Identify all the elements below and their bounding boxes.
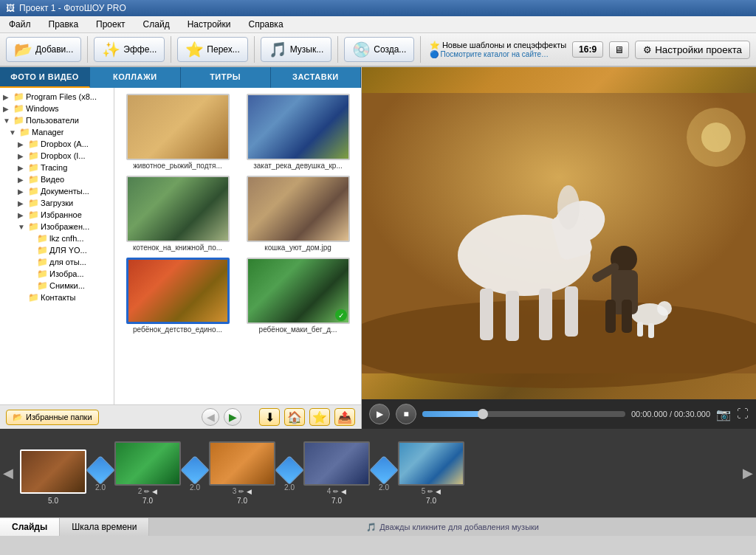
tree-item[interactable]: ▶📁Tracing (0, 162, 114, 173)
timeline-slide-1[interactable]: 5.0 (16, 449, 90, 505)
menu-item-Слайд[interactable]: Слайд (140, 18, 173, 31)
tree-item[interactable]: ▶📁Документы... (0, 185, 114, 197)
project-settings-button[interactable]: ⚙ Настройки проекта (635, 41, 750, 59)
bottom-tab-слайды[interactable]: Слайды (0, 518, 60, 536)
nav-back-button[interactable]: ◀ (202, 408, 219, 426)
play-button[interactable]: ▶ (369, 404, 390, 424)
tab-collage[interactable]: КОЛЛАЖИ (90, 67, 180, 88)
timeline-slide-2[interactable]: 2✏◀7.0 (111, 441, 185, 505)
tree-label: Manager (32, 128, 63, 137)
timeline-right-arrow[interactable]: ▶ (740, 465, 756, 481)
tree-item[interactable]: ▶📁Dropbox (I... (0, 150, 114, 162)
folder-icon: 📁 (28, 221, 39, 232)
tab-screensaver[interactable]: ЗАСТАВКИ (271, 67, 361, 88)
toolbar-btn-add[interactable]: 📂Добави... (6, 37, 81, 62)
toolbar-btn-music[interactable]: 🎵Музык... (261, 37, 332, 62)
bottom-tab-шкала-времени[interactable]: Шкала времени (60, 518, 149, 536)
seek-bar[interactable] (422, 411, 625, 417)
tree-item[interactable]: ▶📁Видео (0, 173, 114, 185)
transitions-label: Перех... (207, 44, 239, 55)
fullscreen-icon[interactable]: ⛶ (737, 407, 749, 421)
download-button[interactable]: ⬇ (259, 408, 280, 426)
svg-rect-13 (648, 323, 654, 338)
slide-thumbnail (209, 441, 275, 486)
star-button[interactable]: ⭐ (309, 408, 330, 426)
tree-label: Снимки... (49, 281, 85, 290)
tree-item[interactable]: ▼📁Manager (0, 126, 114, 138)
transition-indicator[interactable]: 2.0 (185, 460, 205, 505)
tree-item[interactable]: ▼📁Пользователи (0, 114, 114, 126)
music-icon: 🎵 (269, 41, 287, 58)
stop-button[interactable]: ■ (396, 404, 416, 424)
playback-controls: ▶ ■ 00:00.000 / 00:30.000 📷 ⛶ (362, 399, 756, 429)
app-title: Проект 1 - ФотоШОУ PRO (19, 3, 126, 13)
timeline-left-arrow[interactable]: ◀ (0, 465, 16, 481)
tree-item[interactable]: 📁Изобра... (0, 268, 114, 280)
main-area: ФОТО И ВИДЕОКОЛЛАЖИТИТРЫЗАСТАВКИ ▶📁Progr… (0, 67, 756, 429)
ratio-button[interactable]: 16:9 (572, 41, 603, 58)
slide-number: 3 (233, 487, 237, 495)
menu-item-Справка[interactable]: Справка (245, 18, 286, 31)
svg-point-9 (557, 185, 580, 230)
file-thumb-kitten[interactable]: котенок_на_книжной_по... (120, 176, 235, 252)
screen-mode-button[interactable]: 🖥 (609, 41, 629, 58)
folder-icon: 📁 (37, 280, 48, 291)
transition-duration: 2.0 (284, 483, 295, 492)
tree-item[interactable]: ▼📁Изображен... (0, 221, 114, 232)
menu-item-Настройки[interactable]: Настройки (185, 18, 234, 31)
file-thumb-child2[interactable]: ✓ребёнок_маки_бег_д... (241, 258, 355, 334)
timeline-strip: ◀ 5.02.02✏◀7.02.03✏◀7.02.04✏◀7.02.05✏◀7.… (0, 429, 756, 517)
tree-item[interactable]: ▶📁Dropbox (A... (0, 138, 114, 150)
nav-forward-button[interactable]: ▶ (224, 408, 241, 426)
svg-rect-16 (605, 300, 616, 333)
file-thumb-child1[interactable]: ребёнок_детство_едино... (120, 258, 235, 334)
toolbar-btn-transitions[interactable]: ⭐Перех... (177, 37, 247, 62)
svg-rect-12 (637, 322, 643, 337)
timeline-slide-3[interactable]: 3✏◀7.0 (205, 441, 279, 505)
tree-label: Видео (41, 175, 64, 184)
slide-arrow-icon: ◀ (247, 488, 252, 495)
slide-edit-icon[interactable]: ✏ (333, 488, 339, 495)
promo-link[interactable]: 🔵 Посмотрите каталог на сайте… (430, 50, 566, 58)
file-thumb-cat[interactable]: животное_рыжий_подтя... (120, 94, 235, 170)
tab-titles[interactable]: ТИТРЫ (181, 67, 271, 88)
toolbar-btn-create[interactable]: 💿Созда... (344, 37, 414, 62)
toolbar-btn-effects[interactable]: ✨Эффе... (94, 37, 165, 62)
slide-duration: 5.0 (48, 497, 58, 505)
file-thumb-cat2[interactable]: кошка_уют_дом.jpg (241, 176, 355, 252)
slide-edit-icon[interactable]: ✏ (238, 488, 244, 495)
tree-item[interactable]: ▶📁Загрузки (0, 197, 114, 209)
timeline-slide-5[interactable]: 5✏◀7.0 (394, 441, 468, 505)
share-button[interactable]: 📤 (334, 408, 355, 426)
menu-item-Правка[interactable]: Правка (46, 18, 82, 31)
menu-item-Файл[interactable]: Файл (6, 18, 34, 31)
tree-item[interactable]: ▶📁Избранное (0, 209, 114, 221)
tree-item[interactable]: ▶📁Windows (0, 103, 114, 114)
tree-item[interactable]: 📁для оты... (0, 256, 114, 268)
tree-item[interactable]: 📁Снимки... (0, 280, 114, 292)
tree-item[interactable]: 📁ДЛЯ YO... (0, 244, 114, 256)
slide-number: 4 (327, 487, 331, 495)
left-panel: ФОТО И ВИДЕОКОЛЛАЖИТИТРЫЗАСТАВКИ ▶📁Progr… (0, 67, 362, 429)
menu-item-Проект[interactable]: Проект (93, 18, 128, 31)
home-button[interactable]: 🏠 (284, 408, 305, 426)
tree-label: Документы... (41, 187, 89, 196)
timeline-slide-4[interactable]: 4✏◀7.0 (300, 441, 374, 505)
file-thumb-river[interactable]: закат_река_девушка_кр... (241, 94, 355, 170)
tree-expand-icon: ▶ (18, 199, 27, 207)
screenshot-icon[interactable]: 📷 (716, 407, 731, 421)
transition-indicator[interactable]: 2.0 (279, 460, 300, 505)
slide-info-row: 2✏◀ (138, 487, 158, 495)
tree-item[interactable]: ▶📁Program Files (x8... (0, 91, 114, 103)
slide-edit-icon[interactable]: ✏ (427, 488, 433, 495)
tree-item[interactable]: 📁Контакты (0, 292, 114, 303)
svg-point-20 (701, 123, 731, 152)
transition-indicator[interactable]: 2.0 (374, 460, 394, 505)
tab-photo[interactable]: ФОТО И ВИДЕО (0, 67, 90, 88)
transition-indicator[interactable]: 2.0 (90, 460, 111, 505)
tree-item[interactable]: 📁lkz cnfh... (0, 232, 114, 244)
folder-icon: 📁 (13, 103, 24, 114)
thumb-label-child2: ребёнок_маки_бег_д... (259, 325, 337, 334)
slide-edit-icon[interactable]: ✏ (144, 488, 150, 495)
favorites-button[interactable]: 📂 Избранные папки (6, 410, 99, 425)
